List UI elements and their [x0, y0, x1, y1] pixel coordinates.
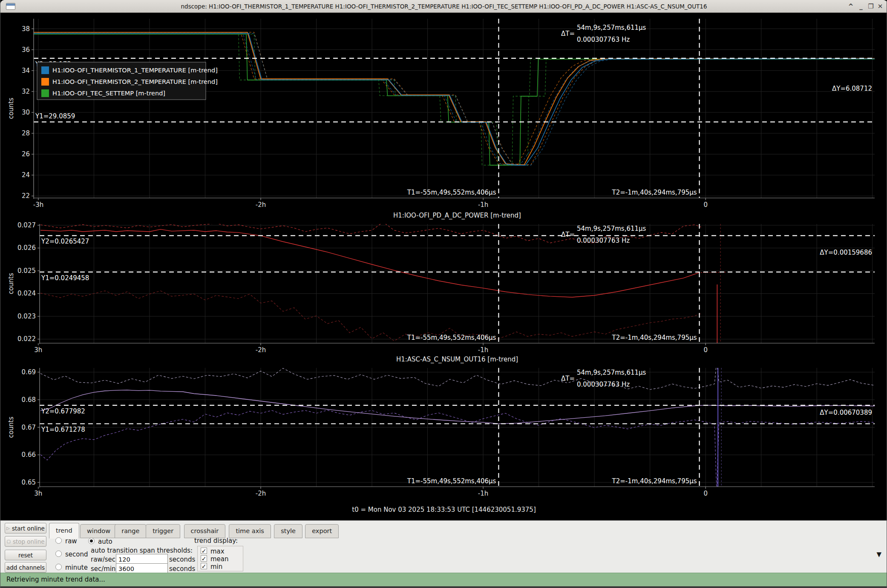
y-tick-label: 32	[22, 88, 30, 95]
delta-t-hz: 0.000307763 Hz	[577, 36, 630, 43]
start-online-button[interactable]: ▷ start online	[5, 523, 46, 534]
y-tick-label: 0.022	[17, 335, 36, 343]
x-tick-label: 0	[703, 490, 708, 497]
cursor-t1-label: T1=-55m,49s,552ms,406µs	[407, 477, 496, 485]
legend-label: H1:IOO-OFI_THERMISTOR_2_TEMPERATURE [m-t…	[52, 78, 218, 85]
trend-display-label: trend display:	[194, 537, 238, 545]
raw-sec-unit: seconds	[169, 556, 195, 563]
checkbox-mean[interactable]: ✓	[201, 555, 207, 562]
panel-expand-icon[interactable]: ▼	[876, 551, 881, 558]
ndscope-window: ndscope: H1:IOO-OFI_THERMISTOR_1_TEMPERA…	[0, 0, 887, 588]
tab-crosshair[interactable]: crosshair	[184, 524, 226, 538]
cursor-t1-label: T1=-55m,49s,552ms,406µs	[407, 334, 496, 341]
cursor-t2-label: T2=-1m,40s,294ms,795µs	[612, 477, 697, 485]
tab-time-axis[interactable]: time axis	[229, 524, 271, 538]
tab-export[interactable]: export	[305, 524, 339, 538]
y-tick-label: 34	[22, 67, 30, 75]
cursor-t1-label: T1=-55m,49s,552ms,406µs	[407, 189, 496, 196]
t0-label: t0 = Mon Nov 03 2025 18:33:53 UTC [14462…	[352, 506, 536, 513]
x-tick-label: 0	[703, 346, 708, 354]
delta-y-label: ΔY=0.00670389	[820, 409, 872, 416]
y-tick-label: 0.023	[17, 313, 36, 320]
radio-second-label[interactable]: second	[65, 551, 88, 558]
x-tick-label: 3h	[34, 346, 42, 354]
control-panel: ▷ start online ▢ stop online reset add c…	[0, 520, 887, 573]
legend-swatch	[41, 78, 49, 86]
radio-second[interactable]	[55, 551, 62, 557]
legend[interactable]: H1:IOO-OFI_THERMISTOR_1_TEMPERATURE [m-t…	[37, 62, 218, 100]
plots-canvas[interactable]: Y2=35.173Y1=29.0859T1=-55m,49s,552ms,406…	[0, 13, 887, 520]
minimize-window-icon[interactable]: _	[856, 0, 866, 13]
cursor-y2-label: Y2=0.677982	[41, 407, 85, 415]
y-tick-label: 0.69	[22, 368, 36, 376]
delta-t-value: 54m,9s,257ms,611µs	[577, 369, 646, 376]
cursor-t2-label: T2=-1m,40s,294ms,795µs	[612, 189, 697, 196]
reset-button[interactable]: reset	[5, 550, 46, 560]
x-tick-label: -2h	[256, 201, 266, 209]
radio-minute[interactable]	[55, 564, 62, 570]
cursor-y1-label: Y1=0.0249458	[41, 274, 89, 282]
radio-raw[interactable]	[55, 537, 62, 544]
delta-t-hz: 0.000307763 Hz	[577, 237, 630, 244]
y-tick-label: 0.027	[17, 221, 36, 229]
status-bar: Retrieving minute trend data...	[0, 573, 887, 586]
cursor-y1-label: Y1=29.0859	[35, 112, 75, 120]
plot-area[interactable]: Y2=35.173Y1=29.0859T1=-55m,49s,552ms,406…	[0, 13, 887, 520]
y-tick-label: 26	[22, 150, 30, 158]
x-tick-label: -3h	[33, 201, 43, 209]
radio-auto[interactable]	[88, 538, 95, 544]
shade-window-icon[interactable]: ^	[846, 0, 856, 13]
raw-sec-label: raw/sec:	[91, 556, 118, 563]
x-tick-label: -1h	[478, 490, 488, 497]
delta-t-prefix: ΔT=	[561, 375, 575, 382]
radio-minute-label[interactable]: minute	[65, 564, 88, 571]
checkbox-min[interactable]: ✓	[201, 563, 207, 569]
y-tick-label: 0.025	[17, 267, 36, 275]
checkbox-max-label[interactable]: max	[210, 548, 225, 555]
y-tick-label: 0.024	[17, 290, 36, 297]
y-tick-label: 28	[22, 129, 30, 137]
add-channels-button[interactable]: add channels	[5, 562, 46, 573]
delta-y-label: ΔY=6.08712	[832, 85, 872, 92]
checkbox-mean-label[interactable]: mean	[210, 555, 229, 563]
cursor-y1-label: Y1=0.671278	[41, 426, 85, 433]
x-tick-label: 0	[703, 201, 708, 209]
y-tick-label: 22	[22, 192, 30, 200]
y-tick-label: 36	[22, 46, 30, 54]
sec-min-unit: seconds	[169, 565, 195, 573]
window-title: ndscope: H1:IOO-OFI_THERMISTOR_1_TEMPERA…	[0, 0, 887, 13]
delta-t-value: 54m,9s,257ms,611µs	[577, 24, 646, 32]
x-tick-label: -2h	[256, 346, 266, 354]
play-icon: ▷	[6, 526, 10, 531]
stop-online-button[interactable]: ▢ stop online	[5, 536, 46, 547]
plot-title: H1:ASC-AS_C_NSUM_OUT16 [m-trend]	[396, 356, 518, 364]
sec-min-label: sec/min:	[91, 565, 118, 573]
y-tick-label: 30	[22, 109, 30, 116]
stop-icon: ▢	[6, 539, 10, 544]
y-axis-label: counts	[7, 273, 15, 294]
x-tick-label: -1h	[478, 346, 488, 354]
delta-t-hz: 0.000307763 Hz	[577, 381, 630, 388]
y-tick-label: 0.68	[22, 396, 36, 404]
tab-trigger[interactable]: trigger	[146, 524, 180, 538]
y-axis-label: counts	[7, 98, 15, 119]
checkbox-max[interactable]: ✓	[201, 548, 207, 554]
close-window-icon[interactable]: ✕	[875, 0, 885, 13]
tab-window[interactable]: window	[80, 524, 117, 538]
maximize-window-icon[interactable]: ❐	[866, 0, 876, 13]
x-tick-label: -1h	[478, 201, 488, 209]
checkbox-min-label[interactable]: min	[210, 563, 222, 571]
tab-style[interactable]: style	[274, 524, 302, 538]
title-bar[interactable]: ndscope: H1:IOO-OFI_THERMISTOR_1_TEMPERA…	[0, 0, 887, 13]
legend-swatch	[41, 66, 49, 74]
delta-y-label: ΔY=0.00159686	[820, 249, 872, 256]
radio-auto-label[interactable]: auto	[98, 538, 112, 545]
plot-title: H1:IOO-OFI_PD_A_DC_POWER [m-trend]	[393, 212, 521, 220]
y-axis-label: counts	[7, 416, 15, 438]
window-bottom-edge	[0, 586, 887, 588]
cursor-t2-label: T2=-1m,40s,294ms,795µs	[612, 334, 697, 341]
tab-range[interactable]: range	[115, 524, 146, 538]
delta-t-value: 54m,9s,257ms,611µs	[577, 225, 646, 232]
radio-raw-label[interactable]: raw	[65, 537, 77, 545]
tab-trend[interactable]: trend	[49, 523, 79, 539]
